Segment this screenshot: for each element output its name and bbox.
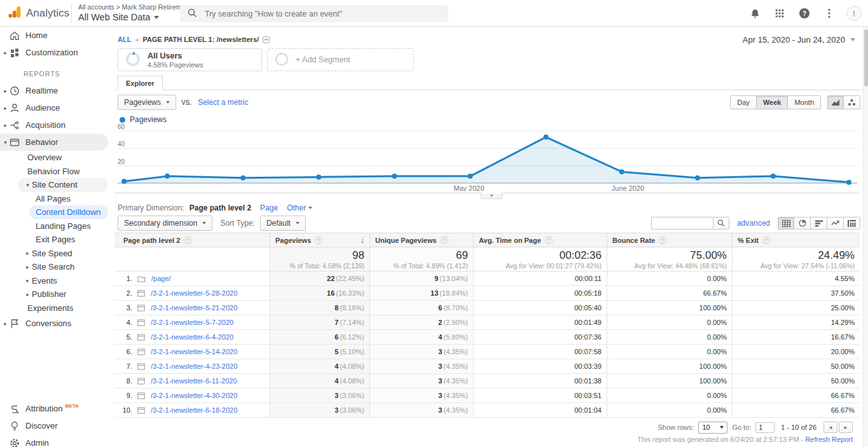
analytics-logo[interactable]: Analytics	[0, 5, 71, 21]
percentage-view-icon[interactable]	[794, 217, 811, 230]
account-switcher[interactable]: All accounts > Mark Sharp Retireme... Al…	[78, 3, 191, 23]
data-point[interactable]	[771, 174, 776, 179]
data-point[interactable]	[165, 174, 170, 179]
sort-descending-icon[interactable]: ↓	[361, 236, 364, 245]
remove-filter-icon[interactable]	[263, 36, 270, 43]
advanced-filter-link[interactable]: advanced	[737, 219, 770, 228]
page-path-link[interactable]: /3-2-1-newsletter-6-11-2020	[151, 377, 237, 385]
cell-avg-time: 00:05:40	[474, 301, 607, 315]
help-icon[interactable]: ?	[441, 237, 448, 244]
data-point[interactable]	[240, 175, 245, 181]
page-path-link[interactable]: /page/	[151, 275, 171, 282]
select-metric-link[interactable]: Select a metric	[198, 98, 248, 107]
table-search-button[interactable]	[713, 217, 729, 230]
sidebar-item-site-search[interactable]: ▸Site Search	[0, 260, 114, 274]
next-page-button[interactable]: ►	[839, 422, 853, 433]
data-point[interactable]	[467, 174, 472, 179]
data-point[interactable]	[316, 174, 321, 179]
dimension-other-link[interactable]: Other	[287, 203, 312, 212]
refresh-report-link[interactable]: Refresh Report	[805, 436, 853, 443]
page-path-link[interactable]: /3-2-1-newsletter-5-28-2020	[151, 289, 237, 297]
column-header-page-path-level-2[interactable]: Page path level 2?	[114, 233, 270, 247]
help-icon[interactable]: ?	[659, 237, 666, 244]
data-point[interactable]	[619, 169, 624, 174]
sidebar-item-all-pages[interactable]: All Pages	[0, 192, 114, 206]
motion-chart-icon[interactable]	[844, 95, 860, 109]
column-header-pageviews[interactable]: Pageviews?↓	[270, 233, 370, 247]
sidebar-item-behavior[interactable]: ▾Behavior	[0, 134, 108, 151]
column-header-unique-pageviews[interactable]: Unique Pageviews?	[370, 233, 474, 247]
metric-dropdown[interactable]: Pageviews	[118, 95, 176, 110]
sidebar-item-discover[interactable]: Discover	[0, 417, 114, 434]
sidebar-item-overview[interactable]: Overview	[0, 151, 114, 165]
add-segment-button[interactable]: + Add Segment	[267, 48, 414, 71]
page-path-link[interactable]: /3-2-1-newsletter-5-21-2020	[151, 304, 237, 312]
user-avatar[interactable]: !	[846, 6, 862, 21]
table-search-input[interactable]	[651, 217, 713, 230]
secondary-dimension-dropdown[interactable]: Secondary dimension	[118, 216, 212, 231]
help-icon[interactable]: ?	[762, 237, 770, 244]
column-header-avg-time-on-page[interactable]: Avg. Time on Page?	[474, 233, 607, 247]
previous-page-button[interactable]: ◄	[823, 422, 837, 433]
apps-grid-icon[interactable]	[772, 6, 787, 21]
sidebar-item-customization[interactable]: ▸Customization	[0, 44, 114, 61]
sidebar-item-site-speed[interactable]: ▸Site Speed	[0, 247, 114, 261]
breadcrumb-all-link[interactable]: ALL	[118, 36, 131, 43]
sidebar-item-conversions[interactable]: ▸Conversions	[0, 315, 114, 332]
scrollbar-thumb[interactable]	[864, 29, 868, 86]
page-path-link[interactable]: /3-2-1-newsletter-5-7-2020	[151, 319, 233, 326]
help-icon[interactable]: ?	[545, 237, 553, 244]
page-path-link[interactable]: /3-2-1-newsletter-5-14-2020	[151, 348, 237, 355]
line-chart-icon[interactable]	[827, 95, 844, 109]
sidebar-item-site-content[interactable]: ▾Site Content	[18, 178, 108, 192]
sidebar-item-realtime[interactable]: ▸Realtime	[0, 82, 114, 99]
segment-all-users[interactable]: All Users 4.58% Pageviews	[118, 48, 262, 71]
collapse-chart-handle[interactable]	[481, 193, 502, 199]
show-rows-select[interactable]: 10	[698, 422, 727, 434]
sidebar-item-landing-pages[interactable]: Landing Pages	[0, 219, 114, 233]
day-button[interactable]: Day	[730, 95, 757, 109]
data-point[interactable]	[544, 135, 549, 140]
sidebar-item-content-drilldown[interactable]: Content Drilldown	[29, 205, 108, 219]
sidebar-item-events[interactable]: ▸Events	[0, 274, 114, 288]
sidebar-item-acquisition[interactable]: ▸Acquisition	[0, 116, 114, 134]
week-button[interactable]: Week	[757, 95, 789, 109]
dimension-selected[interactable]: Page path level 2	[189, 203, 251, 212]
data-point[interactable]	[846, 180, 851, 185]
sidebar-item-experiments[interactable]: Experiments	[0, 301, 114, 315]
page-path-link[interactable]: /3-2-1-newsletter-6-18-2020	[151, 406, 237, 414]
sort-type-dropdown[interactable]: Default	[260, 216, 306, 231]
column-header-bounce-rate[interactable]: Bounce Rate?	[607, 233, 733, 247]
notifications-bell-icon[interactable]	[747, 6, 762, 21]
month-button[interactable]: Month	[788, 95, 821, 109]
pivot-view-icon[interactable]	[844, 217, 860, 230]
sidebar-item-behavior-flow[interactable]: Behavior Flow	[0, 165, 114, 179]
page-path-link[interactable]: /3-2-1-newsletter-6-4-2020	[151, 333, 233, 341]
sidebar-item-home[interactable]: Home	[0, 27, 114, 44]
comparison-view-icon[interactable]	[827, 217, 844, 230]
sidebar-item-admin[interactable]: Admin	[0, 434, 114, 447]
page-path-link[interactable]: /3-2-1-newsletter-4-30-2020	[151, 392, 237, 399]
page-scrollbar[interactable]	[863, 27, 868, 447]
column-header-exit[interactable]: % Exit?	[733, 233, 860, 247]
search-input[interactable]	[205, 10, 421, 18]
goto-page-input[interactable]	[755, 422, 775, 433]
sidebar-item-publisher[interactable]: ▸Publisher	[0, 287, 114, 301]
performance-view-icon[interactable]	[811, 217, 827, 230]
more-options-icon[interactable]	[822, 6, 837, 21]
data-point[interactable]	[695, 175, 700, 181]
sidebar-item-attribution[interactable]: AttributionBETA	[0, 400, 114, 417]
global-search[interactable]	[180, 5, 448, 22]
data-point[interactable]	[121, 179, 127, 184]
tab-explorer[interactable]: Explorer	[118, 76, 163, 90]
date-range-selector[interactable]: Apr 15, 2020 - Jun 24, 2020	[743, 35, 855, 45]
table-view-icon[interactable]	[778, 217, 794, 230]
data-point[interactable]	[392, 174, 397, 179]
help-icon[interactable]: ?	[797, 6, 812, 21]
sidebar-item-audience[interactable]: ▸Audience	[0, 99, 114, 116]
dimension-page-link[interactable]: Page	[260, 203, 278, 212]
sidebar-item-exit-pages[interactable]: Exit Pages	[0, 233, 114, 247]
help-icon[interactable]: ?	[184, 237, 191, 244]
page-path-link[interactable]: /3-2-1-newsletter-4-23-2020	[151, 362, 237, 370]
help-icon[interactable]: ?	[315, 237, 322, 244]
